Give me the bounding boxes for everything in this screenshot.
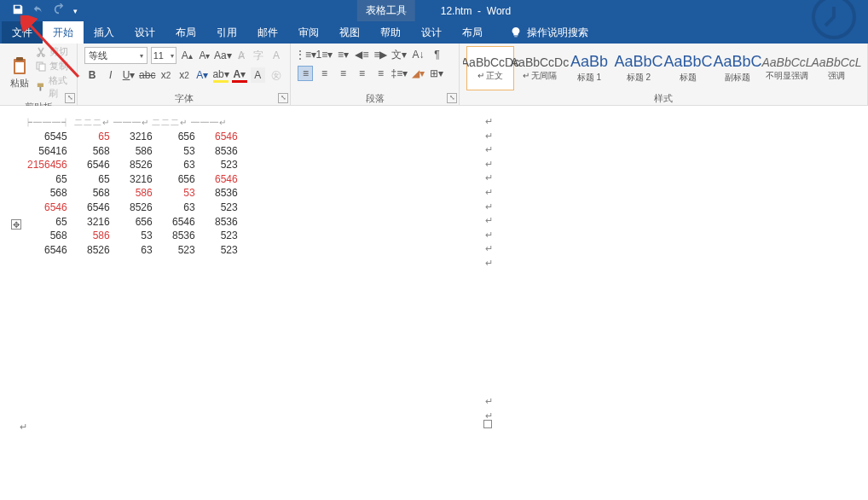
phonetic-icon[interactable]: 字 [252,48,266,63]
table-row[interactable]: 65466546852663523 [24,201,241,215]
asian-layout-icon[interactable]: 文▾ [391,47,407,62]
table-cell[interactable]: 8536 [199,186,241,201]
highlight-icon[interactable]: ab▾ [213,67,229,83]
table-cell[interactable]: 3216 [113,172,156,187]
table-cell[interactable]: 2156456 [24,158,71,172]
multilevel-icon[interactable]: ≡▾ [335,47,350,62]
tab-table-design[interactable]: 设计 [411,21,452,44]
char-shading-icon[interactable]: A [251,67,265,83]
undo-icon[interactable] [32,3,44,18]
table-cell[interactable]: 8536 [199,144,241,159]
numbering-icon[interactable]: 1≡▾ [316,47,332,62]
table-cell[interactable]: 65 [24,172,71,187]
table-cell[interactable]: 6546 [24,243,71,258]
table-move-handle-icon[interactable]: ✥ [11,219,21,230]
paste-button[interactable]: 粘贴 [3,45,36,100]
table-cell[interactable]: 8526 [113,158,156,172]
style-↵ 无间隔[interactable]: AaBbCcDc↵ 无间隔 [516,46,564,90]
table-cell[interactable]: 523 [199,158,241,172]
table-cell[interactable]: 6546 [24,201,71,215]
table-cell[interactable]: 523 [199,229,241,243]
bullets-icon[interactable]: ⋮≡▾ [298,47,313,62]
redo-icon[interactable] [53,3,65,18]
align-left-icon[interactable]: ≡ [298,66,313,81]
table-cell[interactable]: 6546 [71,201,113,215]
shrink-font-icon[interactable]: A▾ [198,48,212,63]
table-cell[interactable]: 65 [24,215,71,230]
table-cell[interactable]: 6546 [156,215,199,230]
table-cell[interactable]: 656 [113,215,156,230]
font-name-select[interactable]: 等线▾ [84,47,147,64]
table-cell[interactable]: 523 [156,243,199,258]
font-color-icon[interactable]: A▾ [232,67,246,83]
align-justify-icon[interactable]: ≡ [354,66,369,81]
decrease-indent-icon[interactable]: ◀≡ [354,47,369,62]
table-cell[interactable]: 568 [71,144,113,159]
copy-button[interactable]: 复制 [36,60,73,73]
style-↵ 正文[interactable]: AaBbCcDc↵ 正文 [466,46,514,90]
clear-format-icon[interactable]: A̷ [234,48,248,63]
show-marks-icon[interactable]: ¶ [429,47,444,62]
style-强调[interactable]: AaBbCcL强调 [813,46,860,90]
style-标题 1[interactable]: AaBb标题 1 [565,46,613,90]
enclose-char-icon[interactable]: ㊛ [269,67,283,83]
subscript-button[interactable]: x2 [159,67,173,83]
table-resize-handle-icon[interactable] [483,420,492,428]
table-cell[interactable]: 8536 [199,215,241,230]
tab-home[interactable]: 开始 [43,21,84,44]
style-标题 2[interactable]: AaBbC标题 2 [615,46,663,90]
table-cell[interactable]: 56416 [24,144,71,159]
change-case-icon[interactable]: Aa▾ [215,48,230,63]
table-cell[interactable]: 65 [71,172,113,187]
table-cell[interactable]: 65 [71,130,113,144]
table-row[interactable]: 6546852663523523 [24,243,241,258]
table-cell[interactable]: 8536 [156,229,199,243]
tab-references[interactable]: 引用 [206,21,247,44]
italic-button[interactable]: I [103,67,118,83]
table-row[interactable]: 65456532166566546 [24,130,241,144]
table-cell[interactable]: 523 [199,201,241,215]
table-row[interactable]: 56416568586538536 [24,144,241,159]
qat-more-icon[interactable]: ▾ [73,7,78,15]
cut-button[interactable]: 剪切 [36,45,73,58]
table-row[interactable]: 568586538536523 [24,229,241,243]
table-cell[interactable]: 586 [71,229,113,243]
table-row[interactable]: 568568586538536 [24,186,241,201]
font-dialog-launcher[interactable]: ⤡ [278,93,288,103]
align-right-icon[interactable]: ≡ [335,66,350,81]
char-border-icon[interactable]: A [269,48,284,63]
underline-button[interactable]: U▾ [121,67,136,83]
tab-table-layout[interactable]: 布局 [452,21,493,44]
tab-design[interactable]: 设计 [124,21,165,44]
table-cell[interactable]: 3216 [113,130,156,144]
style-副标题[interactable]: AaBbC副标题 [714,46,761,90]
increase-indent-icon[interactable]: ≡▶ [373,47,388,62]
table-cell[interactable]: 656 [156,130,199,144]
table-cell[interactable]: 3216 [71,215,113,230]
table-cell[interactable]: 6546 [199,130,241,144]
table-data[interactable]: 6545653216656654656416568586538536215645… [24,130,241,257]
clipboard-dialog-launcher[interactable]: ⤡ [65,93,75,103]
tab-layout[interactable]: 布局 [165,21,206,44]
tab-help[interactable]: 帮助 [370,21,411,44]
table-cell[interactable]: 53 [113,229,156,243]
borders-icon[interactable]: ⊞▾ [429,66,444,81]
document-area[interactable]: ┝━━━┥ 二二二↵ ━━━↵ 二二二↵ ━━━↵ ✥ 654565321665… [0,106,868,500]
table-cell[interactable]: 6545 [24,130,71,144]
table-cell[interactable]: 523 [199,243,241,258]
table-cell[interactable]: 53 [156,186,199,201]
save-icon[interactable] [12,3,24,18]
table-cell[interactable]: 6546 [71,158,113,172]
table-row[interactable]: 21564566546852663523 [24,158,241,172]
shading-icon[interactable]: ◢▾ [410,66,425,81]
line-spacing-icon[interactable]: ‡≡▾ [391,66,407,81]
table-row[interactable]: 65321665665468536 [24,215,241,230]
paragraph-dialog-launcher[interactable]: ⤡ [447,93,457,103]
table-cell[interactable]: 586 [113,144,156,159]
style-不明显强调[interactable]: AaBbCcL不明显强调 [763,46,811,90]
table-cell[interactable]: 63 [156,201,199,215]
grow-font-icon[interactable]: A▴ [180,48,194,63]
table-cell[interactable]: 63 [113,243,156,258]
table-cell[interactable]: 568 [71,186,113,201]
tab-view[interactable]: 视图 [329,21,370,44]
